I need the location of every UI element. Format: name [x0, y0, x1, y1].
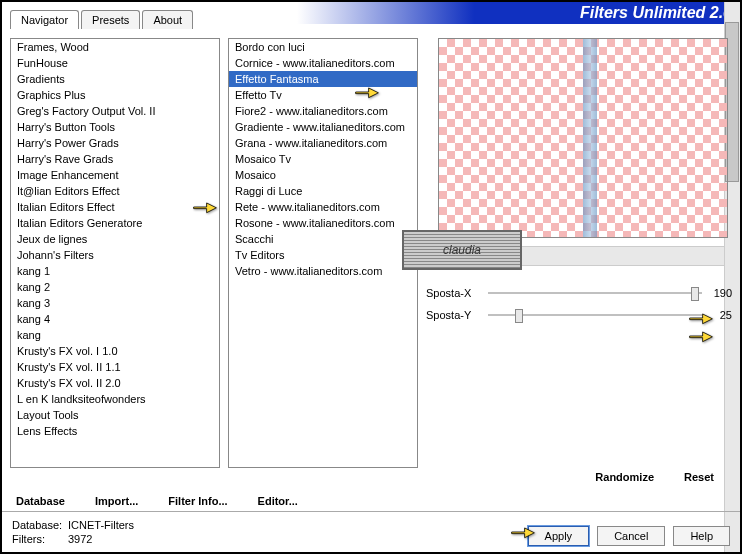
filter-item[interactable]: Raggi di Luce: [229, 183, 417, 199]
filter-list[interactable]: Bordo con luciCornice - www.italianedito…: [228, 38, 418, 468]
preview-buttons: Randomize Reset: [426, 471, 732, 483]
slider-thumb[interactable]: [515, 309, 523, 323]
category-item[interactable]: Greg's Factory Output Vol. II: [11, 103, 219, 119]
parameters-panel: Sposta-X190Sposta-Y25: [426, 284, 732, 328]
tab-about[interactable]: About: [142, 10, 193, 29]
category-item[interactable]: kang: [11, 327, 219, 343]
app-title: Filters Unlimited 2.0: [580, 4, 732, 22]
param-label: Sposta-Y: [426, 309, 488, 321]
tab-presets[interactable]: Presets: [81, 10, 140, 29]
status-info: Database:ICNET-Filters Filters:3972: [12, 518, 134, 546]
apply-button[interactable]: Apply: [528, 526, 590, 546]
import-button[interactable]: Import...: [95, 495, 138, 507]
count-label: Filters:: [12, 532, 68, 546]
category-item[interactable]: Krusty's FX vol. I 1.0: [11, 343, 219, 359]
category-item[interactable]: Krusty's FX vol. II 2.0: [11, 375, 219, 391]
filter-item[interactable]: Tv Editors: [229, 247, 417, 263]
category-item[interactable]: Image Enhancement: [11, 167, 219, 183]
category-item[interactable]: kang 4: [11, 311, 219, 327]
filter-item[interactable]: Bordo con luci: [229, 39, 417, 55]
param-slider[interactable]: [488, 306, 702, 324]
filter-item[interactable]: Rete - www.italianeditors.com: [229, 199, 417, 215]
tab-strip: Navigator Presets About: [10, 10, 195, 29]
category-item[interactable]: Johann's Filters: [11, 247, 219, 263]
filter-item[interactable]: Scacchi: [229, 231, 417, 247]
category-item[interactable]: Harry's Button Tools: [11, 119, 219, 135]
category-item[interactable]: It@lian Editors Effect: [11, 183, 219, 199]
filter-item[interactable]: Vetro - www.italianeditors.com: [229, 263, 417, 279]
param-row: Sposta-Y25: [426, 306, 732, 324]
category-item[interactable]: Layout Tools: [11, 407, 219, 423]
db-value: ICNET-Filters: [68, 519, 134, 531]
slider-thumb[interactable]: [691, 287, 699, 301]
category-item[interactable]: Krusty's FX vol. II 1.1: [11, 359, 219, 375]
category-item[interactable]: kang 2: [11, 279, 219, 295]
help-button[interactable]: Help: [673, 526, 730, 546]
filter-info-button[interactable]: Filter Info...: [168, 495, 227, 507]
watermark: claudia: [402, 230, 522, 270]
filter-item[interactable]: Mosaico Tv: [229, 151, 417, 167]
footer-buttons: Apply Cancel Help: [528, 526, 730, 546]
category-item[interactable]: Jeux de lignes: [11, 231, 219, 247]
header: Navigator Presets About Filters Unlimite…: [2, 2, 740, 30]
filter-item[interactable]: Effetto Fantasma: [229, 71, 417, 87]
category-item[interactable]: kang 1: [11, 263, 219, 279]
filter-item[interactable]: Grana - www.italianeditors.com: [229, 135, 417, 151]
db-label: Database:: [12, 518, 68, 532]
toolbar-row: Database Import... Filter Info... Editor…: [2, 491, 740, 511]
footer: Database:ICNET-Filters Filters:3972 Appl…: [2, 511, 740, 552]
filter-item[interactable]: Mosaico: [229, 167, 417, 183]
reset-button[interactable]: Reset: [684, 471, 714, 483]
param-label: Sposta-X: [426, 287, 488, 299]
category-item[interactable]: Italian Editors Generatore: [11, 215, 219, 231]
preview-image: [438, 38, 728, 238]
randomize-button[interactable]: Randomize: [595, 471, 654, 483]
filter-item[interactable]: Gradiente - www.italianeditors.com: [229, 119, 417, 135]
cancel-button[interactable]: Cancel: [597, 526, 665, 546]
category-item[interactable]: FunHouse: [11, 55, 219, 71]
category-item[interactable]: Frames, Wood: [11, 39, 219, 55]
param-slider[interactable]: [488, 284, 702, 302]
filter-item[interactable]: Cornice - www.italianeditors.com: [229, 55, 417, 71]
tab-navigator[interactable]: Navigator: [10, 10, 79, 29]
param-value: 190: [702, 287, 732, 299]
filter-item[interactable]: Rosone - www.italianeditors.com: [229, 215, 417, 231]
title-bar: Filters Unlimited 2.0: [297, 2, 740, 24]
category-item[interactable]: Harry's Rave Grads: [11, 151, 219, 167]
count-value: 3972: [68, 533, 92, 545]
main-panel: Frames, WoodFunHouseGradientsGraphics Pl…: [2, 29, 740, 491]
category-item[interactable]: Harry's Power Grads: [11, 135, 219, 151]
editor-button[interactable]: Editor...: [258, 495, 298, 507]
category-item[interactable]: Italian Editors Effect: [11, 199, 219, 215]
preview-effect-bar: [583, 39, 597, 237]
category-item[interactable]: L en K landksiteofwonders: [11, 391, 219, 407]
database-button[interactable]: Database: [16, 495, 65, 507]
param-row: Sposta-X190: [426, 284, 732, 302]
category-item[interactable]: Lens Effects: [11, 423, 219, 439]
filter-item[interactable]: Fiore2 - www.italianeditors.com: [229, 103, 417, 119]
category-item[interactable]: Gradients: [11, 71, 219, 87]
category-item[interactable]: kang 3: [11, 295, 219, 311]
param-value: 25: [702, 309, 732, 321]
filter-item[interactable]: Effetto Tv: [229, 87, 417, 103]
category-list[interactable]: Frames, WoodFunHouseGradientsGraphics Pl…: [10, 38, 220, 468]
category-item[interactable]: Graphics Plus: [11, 87, 219, 103]
